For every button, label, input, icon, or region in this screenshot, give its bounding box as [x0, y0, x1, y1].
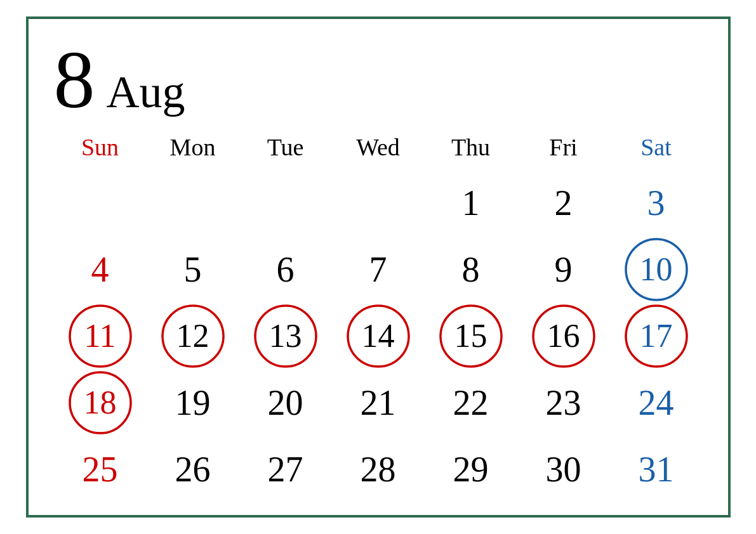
- calendar-day-cell[interactable]: 26: [147, 436, 239, 502]
- calendar-day-cell[interactable]: 28: [332, 436, 425, 502]
- day-number: 25: [83, 452, 118, 487]
- day-number: 22: [453, 385, 489, 420]
- day-number: 31: [639, 452, 674, 487]
- header-mon: Mon: [147, 127, 239, 170]
- calendar-day-cell[interactable]: 3: [610, 170, 703, 237]
- day-number: 16: [535, 308, 592, 365]
- day-number: 11: [72, 308, 129, 365]
- calendar-day-cell[interactable]: 8: [425, 237, 517, 303]
- header-thu: Thu: [425, 127, 517, 170]
- calendar-day-cell[interactable]: 22: [425, 369, 517, 436]
- calendar-day-cell[interactable]: [332, 170, 425, 237]
- day-number: 15: [442, 308, 500, 365]
- day-number: 29: [453, 452, 489, 487]
- header-tue: Tue: [239, 127, 332, 170]
- month-number: 8: [54, 38, 95, 120]
- day-number: 5: [184, 252, 202, 287]
- day-number: 6: [277, 252, 295, 287]
- calendar-day-cell[interactable]: 2: [517, 170, 610, 237]
- calendar-day-cell[interactable]: 23: [517, 369, 610, 436]
- day-number: 1: [462, 185, 480, 221]
- circled-day: 12: [164, 308, 222, 365]
- header-wed: Wed: [332, 127, 425, 170]
- calendar-day-cell[interactable]: 24: [610, 369, 703, 436]
- circled-day: 10: [628, 241, 685, 298]
- calendar-day-cell[interactable]: 10: [610, 237, 703, 303]
- day-number: 14: [350, 308, 407, 365]
- calendar-day-cell[interactable]: 7: [332, 237, 425, 303]
- day-number: 3: [647, 185, 665, 221]
- header-fri: Fri: [517, 127, 610, 170]
- day-number: 18: [72, 374, 129, 431]
- day-number: 21: [361, 385, 396, 420]
- calendar-day-cell[interactable]: 18: [54, 369, 147, 436]
- day-number: 7: [369, 252, 387, 287]
- day-number: 24: [639, 385, 674, 420]
- calendar-day-cell[interactable]: 30: [517, 436, 610, 502]
- day-number: 30: [546, 452, 581, 487]
- calendar-day-cell[interactable]: 11: [54, 303, 147, 370]
- calendar-day-cell[interactable]: 13: [239, 303, 332, 370]
- day-number: 4: [91, 252, 109, 287]
- calendar-day-cell[interactable]: 29: [425, 436, 517, 502]
- calendar-day-cell[interactable]: 17: [610, 303, 703, 370]
- circled-day: 18: [72, 374, 129, 431]
- day-number: 2: [555, 185, 573, 221]
- calendar-day-cell[interactable]: 31: [610, 436, 703, 502]
- calendar-day-cell[interactable]: 4: [54, 237, 147, 303]
- calendar-day-cell[interactable]: 27: [239, 436, 332, 502]
- calendar-day-cell[interactable]: 9: [517, 237, 610, 303]
- calendar-grid: SunMonTueWedThuFriSat1234567891011121314…: [54, 127, 703, 502]
- calendar-header: 8 Aug: [54, 38, 703, 120]
- circled-day: 16: [535, 308, 592, 365]
- calendar-day-cell[interactable]: 20: [239, 369, 332, 436]
- circled-day: 15: [442, 308, 500, 365]
- day-number: 23: [546, 385, 581, 420]
- day-number: 10: [628, 241, 685, 298]
- calendar-container: 8 Aug SunMonTueWedThuFriSat1234567891011…: [26, 16, 731, 518]
- circled-day: 14: [350, 308, 407, 365]
- calendar-day-cell[interactable]: 15: [425, 303, 517, 370]
- day-number: 26: [175, 452, 211, 487]
- day-number: 27: [268, 452, 303, 487]
- calendar-day-cell[interactable]: 1: [425, 170, 517, 237]
- calendar-day-cell[interactable]: 6: [239, 237, 332, 303]
- calendar-day-cell[interactable]: 25: [54, 436, 147, 502]
- month-name: Aug: [107, 69, 185, 115]
- circled-day: 11: [72, 308, 129, 365]
- circled-day: 13: [257, 308, 314, 365]
- day-number: 28: [361, 452, 396, 487]
- day-number: 20: [268, 385, 303, 420]
- calendar-day-cell[interactable]: 19: [147, 369, 239, 436]
- calendar-day-cell[interactable]: 14: [332, 303, 425, 370]
- day-number: 19: [175, 385, 211, 420]
- day-number: 9: [555, 252, 573, 287]
- day-number: 12: [164, 308, 222, 365]
- calendar-day-cell[interactable]: 12: [147, 303, 239, 370]
- calendar-day-cell[interactable]: 21: [332, 369, 425, 436]
- header-sun: Sun: [54, 127, 147, 170]
- circled-day: 17: [628, 308, 685, 365]
- day-number: 17: [628, 308, 685, 365]
- header-sat: Sat: [610, 127, 703, 170]
- calendar-day-cell[interactable]: 5: [147, 237, 239, 303]
- calendar-day-cell[interactable]: [239, 170, 332, 237]
- calendar-day-cell[interactable]: [147, 170, 239, 237]
- calendar-day-cell[interactable]: 16: [517, 303, 610, 370]
- day-number: 13: [257, 308, 314, 365]
- calendar-day-cell[interactable]: [54, 170, 147, 237]
- day-number: 8: [462, 252, 480, 287]
